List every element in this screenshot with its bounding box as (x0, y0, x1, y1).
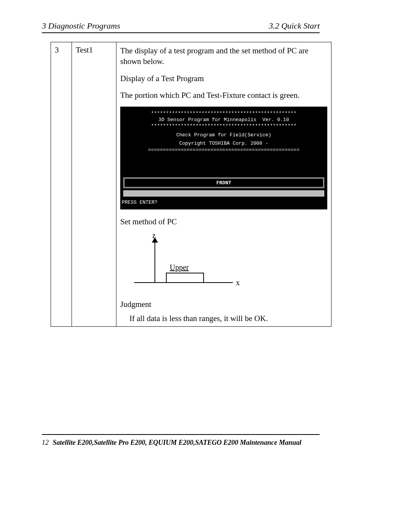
z-axis-line (155, 241, 155, 283)
intro-text: The display of a test program and the se… (120, 45, 327, 67)
x-axis-label: x (236, 278, 240, 287)
step-name-cell: Test1 (72, 42, 116, 327)
set-method-title: Set method of PC (120, 216, 327, 227)
upper-box (166, 273, 204, 283)
header-right: 3.2 Quick Start (269, 21, 320, 31)
console-copyright: Copyright TOSHIBA Corp. 2008 - (123, 141, 325, 147)
console-check: Check Program for Field(Service) (123, 132, 325, 138)
console-dashes: ========================================… (123, 147, 325, 153)
console-stars-top: ****************************************… (123, 110, 325, 117)
document-page: 3 Diagnostic Programs 3.2 Quick Start 3 … (0, 0, 411, 532)
page-number: 12 (42, 439, 49, 446)
console-title: 3D Sensor Program for Minneapolis Ver. 0… (123, 117, 325, 123)
step-description-cell: The display of a test program and the se… (116, 42, 331, 327)
judgment-title: Judgment (120, 300, 327, 309)
step-number-cell: 3 (51, 42, 72, 327)
upper-label: Upper (170, 263, 189, 272)
console-front-box: FRONT (123, 177, 324, 188)
header-rule (42, 32, 320, 33)
console-prompt: PRESS ENTER? (122, 200, 158, 206)
step-description: The display of a test program and the se… (120, 45, 327, 323)
table-row: 3 Test1 The display of a test program an… (51, 42, 331, 327)
footer-title: Satellite E200,Satellite Pro E200, EQUIU… (53, 439, 302, 446)
page-header: 3 Diagnostic Programs 3.2 Quick Start (42, 21, 320, 31)
green-note: The portion which PC and Test-Fixture co… (120, 90, 327, 101)
page-footer: 12 Satellite E200,Satellite Pro E200, EQ… (42, 439, 323, 447)
judgment-body: If all data is less than ranges, it will… (129, 314, 327, 323)
header-left: 3 Diagnostic Programs (42, 21, 120, 30)
display-title: Display of a Test Program (120, 73, 327, 84)
axis-figure: z x Upper (120, 233, 327, 294)
procedure-table: 3 Test1 The display of a test program an… (51, 42, 331, 327)
console-progress-bar (123, 190, 324, 197)
content-area: 3 Test1 The display of a test program an… (51, 42, 331, 327)
footer-rule (42, 434, 320, 435)
console-stars-bottom: ****************************************… (123, 123, 325, 129)
console-figure: ****************************************… (120, 107, 327, 209)
